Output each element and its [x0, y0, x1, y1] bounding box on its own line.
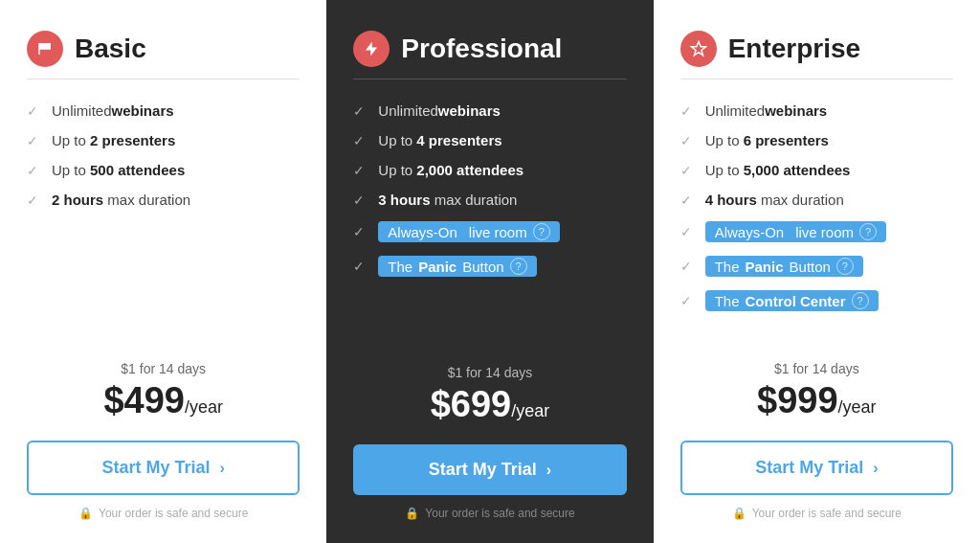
check-icon: ✓ — [353, 103, 368, 119]
trial-text: $1 for 14 days — [27, 361, 300, 376]
pricing-section: $1 for 14 days $699/year — [353, 365, 626, 425]
lock-icon: 🔒 — [78, 507, 93, 520]
feature-text: 2 hours max duration — [52, 192, 190, 208]
plan-icon — [680, 31, 717, 67]
secure-note: 🔒 Your order is safe and secure — [680, 507, 953, 520]
check-icon: ✓ — [27, 163, 42, 178]
secure-text: Your order is safe and secure — [425, 507, 574, 520]
feature-item: ✓ Up to 500 attendees — [27, 162, 300, 178]
svg-marker-1 — [691, 42, 705, 56]
feature-text: Unlimitedwebinars — [52, 102, 174, 119]
plan-header: Basic — [27, 31, 300, 67]
feature-item: ✓ Unlimitedwebinars — [353, 102, 626, 119]
plan-enterprise: Enterprise ✓ Unlimitedwebinars ✓ Up to 6… — [654, 0, 980, 543]
cta-label: Start My Trial — [755, 458, 863, 478]
price: $499/year — [27, 380, 300, 421]
feature-text: Up to 5,000 attendees — [705, 162, 851, 178]
feature-item: ✓ 4 hours max duration — [680, 192, 953, 208]
feature-text: Unlimitedwebinars — [705, 102, 828, 119]
plan-title: Basic — [75, 34, 146, 64]
trial-text: $1 for 14 days — [680, 361, 953, 376]
plan-title: Professional — [401, 34, 562, 64]
feature-item: ✓ Up to 4 presenters — [353, 132, 626, 148]
plan-header: Professional — [353, 31, 626, 67]
feature-text: 3 hours max duration — [378, 192, 517, 208]
features-list: ✓ Unlimitedwebinars ✓ Up to 6 presenters… — [680, 102, 953, 338]
check-icon: ✓ — [353, 224, 368, 239]
feature-text: 4 hours max duration — [705, 192, 844, 208]
question-icon[interactable]: ? — [859, 223, 877, 240]
feature-item: ✓ Unlimitedwebinars — [27, 102, 300, 119]
cta-label: Start My Trial — [101, 458, 210, 478]
price-period: /year — [511, 401, 549, 420]
pricing-section: $1 for 14 days $499/year — [27, 361, 300, 421]
arrow-icon: › — [873, 460, 878, 477]
secure-note: 🔒 Your order is safe and secure — [27, 507, 300, 520]
arrow-icon: › — [546, 462, 551, 479]
feature-text: The Panic Button ? — [705, 256, 863, 277]
check-icon: ✓ — [680, 163, 696, 178]
check-icon: ✓ — [680, 103, 696, 119]
highlighted-feature: The Panic Button ? — [705, 256, 863, 277]
check-icon: ✓ — [27, 103, 42, 119]
question-icon[interactable]: ? — [510, 258, 527, 275]
cta-button[interactable]: Start My Trial › — [680, 441, 953, 495]
highlighted-feature: Always-On live room ? — [378, 221, 559, 242]
feature-text: Up to 2 presenters — [52, 132, 175, 148]
feature-item: ✓ 3 hours max duration — [353, 192, 626, 208]
cta-button[interactable]: Start My Trial › — [353, 444, 626, 495]
lock-icon: 🔒 — [405, 507, 419, 520]
price: $999/year — [680, 380, 953, 421]
check-icon: ✓ — [353, 259, 368, 274]
plan-icon — [27, 31, 63, 67]
svg-marker-0 — [366, 42, 377, 57]
feature-text: The Panic Button ? — [378, 256, 536, 277]
features-list: ✓ Unlimitedwebinars ✓ Up to 2 presenters… — [27, 102, 300, 338]
plan-divider — [680, 79, 953, 79]
feature-text: Up to 6 presenters — [705, 132, 829, 148]
highlighted-feature: The Panic Button ? — [378, 256, 536, 277]
check-icon: ✓ — [680, 133, 696, 148]
plan-icon — [353, 31, 390, 67]
feature-item: ✓ Up to 2 presenters — [27, 132, 300, 148]
feature-item: ✓ Up to 2,000 attendees — [353, 162, 626, 178]
plan-basic: Basic ✓ Unlimitedwebinars ✓ Up to 2 pres… — [0, 0, 326, 543]
check-icon: ✓ — [680, 192, 696, 208]
pricing-section: $1 for 14 days $999/year — [680, 361, 953, 421]
secure-text: Your order is safe and secure — [99, 507, 248, 520]
question-icon[interactable]: ? — [533, 223, 550, 240]
arrow-icon: › — [220, 460, 225, 477]
check-icon: ✓ — [353, 163, 368, 178]
feature-text: Up to 2,000 attendees — [378, 162, 523, 178]
check-icon: ✓ — [680, 259, 696, 274]
feature-item: ✓ Up to 5,000 attendees — [680, 162, 953, 178]
question-icon[interactable]: ? — [836, 258, 854, 275]
feature-text: The Control Center ? — [705, 290, 879, 311]
feature-item: ✓ Up to 6 presenters — [680, 132, 953, 148]
feature-text: Always-On live room ? — [378, 221, 559, 242]
question-icon[interactable]: ? — [852, 292, 869, 309]
cta-label: Start My Trial — [429, 460, 537, 480]
feature-item: ✓ The Panic Button ? — [680, 256, 953, 277]
check-icon: ✓ — [27, 192, 42, 208]
plan-professional: Professional ✓ Unlimitedwebinars ✓ Up to… — [326, 0, 653, 543]
price-period: /year — [185, 397, 223, 417]
feature-item: ✓ Always-On live room ? — [680, 221, 953, 242]
trial-text: $1 for 14 days — [353, 365, 626, 380]
feature-item: ✓ The Control Center ? — [680, 290, 953, 311]
check-icon: ✓ — [27, 133, 42, 148]
secure-text: Your order is safe and secure — [752, 507, 902, 520]
check-icon: ✓ — [353, 133, 368, 148]
feature-item: ✓ The Panic Button ? — [353, 256, 626, 277]
feature-text: Always-On live room ? — [705, 221, 886, 242]
check-icon: ✓ — [353, 192, 368, 208]
plan-title: Enterprise — [728, 34, 861, 64]
features-list: ✓ Unlimitedwebinars ✓ Up to 4 presenters… — [353, 102, 626, 342]
plan-divider — [353, 79, 626, 79]
highlighted-feature: Always-On live room ? — [705, 221, 886, 242]
cta-button[interactable]: Start My Trial › — [27, 441, 300, 495]
check-icon: ✓ — [680, 293, 696, 308]
check-icon: ✓ — [680, 224, 696, 239]
feature-item: ✓ Unlimitedwebinars — [680, 102, 953, 119]
price: $699/year — [353, 384, 626, 425]
